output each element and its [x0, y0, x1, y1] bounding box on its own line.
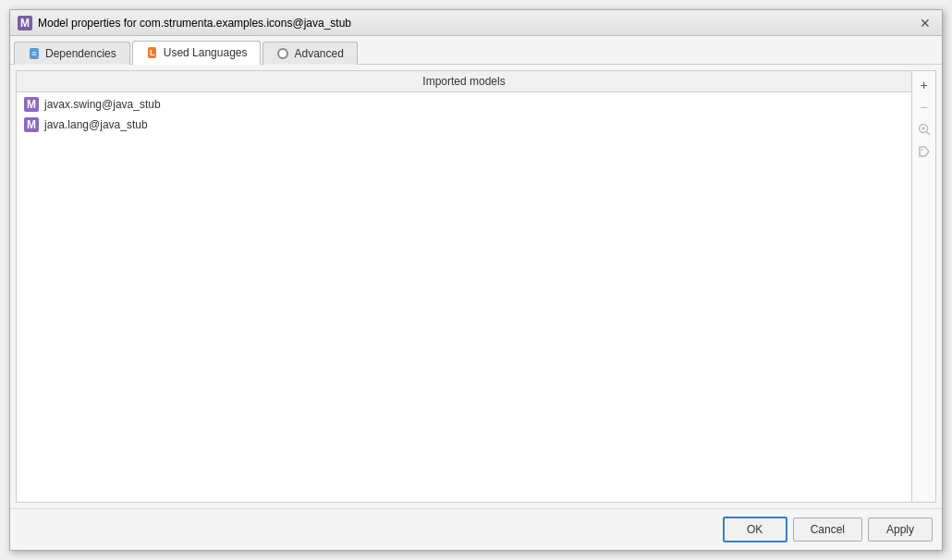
panel-header: Imported models [17, 71, 911, 92]
list-item[interactable]: M javax.swing@java_stub [17, 94, 911, 115]
cancel-button[interactable]: Cancel [793, 517, 862, 542]
item1-label: javax.swing@java_stub [44, 98, 161, 111]
panel-inner: Imported models M javax.swing@java_stub … [17, 71, 911, 502]
panel-toolbar: + − [911, 71, 935, 502]
bottom-bar: OK Cancel Apply [10, 508, 942, 550]
tab-advanced[interactable]: Advanced [262, 42, 357, 65]
window-title: Model properties for com.strumenta.examp… [38, 17, 351, 30]
ok-button[interactable]: OK [723, 517, 787, 542]
title-bar: M Model properties for com.strumenta.exa… [10, 10, 942, 36]
item2-icon: M [24, 117, 39, 132]
svg-marker-4 [920, 147, 929, 156]
dialog-window: M Model properties for com.strumenta.exa… [9, 9, 943, 551]
list-item[interactable]: M java.lang@java_stub [17, 115, 911, 135]
tag-button[interactable] [914, 141, 934, 162]
main-content: Imported models M javax.swing@java_stub … [10, 65, 942, 508]
title-bar-left: M Model properties for com.strumenta.exa… [18, 16, 351, 30]
close-button[interactable]: ✕ [916, 14, 934, 32]
advanced-tab-icon [276, 47, 289, 60]
zoom-icon [918, 123, 931, 136]
remove-button[interactable]: − [914, 97, 934, 117]
zoom-button[interactable] [914, 119, 934, 140]
tab-bar: ≡ Dependencies L Used Languages Advanced [10, 36, 942, 65]
languages-tab-icon: L [146, 46, 159, 59]
window-icon: M [18, 16, 32, 30]
tag-icon [918, 145, 931, 158]
tab-advanced-label: Advanced [294, 47, 343, 60]
add-button[interactable]: + [914, 75, 934, 95]
imported-models-panel: Imported models M javax.swing@java_stub … [16, 70, 936, 503]
tab-dependencies[interactable]: ≡ Dependencies [14, 42, 130, 65]
tab-used-languages-label: Used Languages [164, 46, 248, 59]
panel-list[interactable]: M javax.swing@java_stub M java.lang@java… [17, 92, 911, 502]
item2-label: java.lang@java_stub [44, 118, 148, 131]
apply-button[interactable]: Apply [868, 517, 933, 542]
svg-point-5 [921, 149, 922, 151]
svg-line-1 [926, 132, 930, 136]
dependencies-tab-icon: ≡ [28, 47, 41, 60]
tab-used-languages[interactable]: L Used Languages [132, 41, 262, 65]
item1-icon: M [24, 97, 39, 112]
tab-dependencies-label: Dependencies [45, 47, 116, 60]
